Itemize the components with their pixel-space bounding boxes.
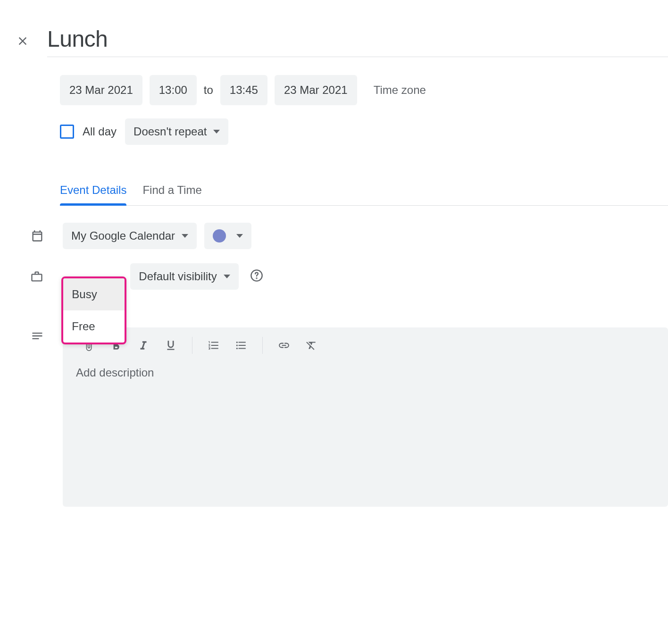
bulleted-list-button[interactable] [228, 334, 254, 357]
recurrence-dropdown[interactable]: Doesn't repeat [125, 118, 228, 145]
content-column: 23 Mar 2021 13:00 to 13:45 23 Mar 2021 T… [60, 75, 668, 507]
toolbar-separator [262, 337, 263, 354]
underline-button[interactable] [158, 334, 184, 357]
event-title-input[interactable] [47, 26, 668, 57]
status-option-free[interactable]: Free [63, 310, 125, 343]
briefcase-icon [26, 270, 47, 283]
help-icon[interactable] [250, 269, 263, 284]
to-label: to [204, 84, 213, 97]
allday-label: All day [83, 125, 117, 138]
calendar-icon [26, 229, 49, 243]
status-option-busy[interactable]: Busy [63, 278, 125, 310]
allday-checkbox[interactable] [60, 125, 74, 139]
italic-icon [137, 339, 150, 351]
toolbar-separator [192, 337, 192, 354]
start-date-chip[interactable]: 23 Mar 2021 [60, 75, 142, 105]
color-dropdown[interactable] [204, 223, 251, 249]
numbered-list-icon [208, 339, 220, 351]
close-icon [16, 34, 29, 48]
title-wrap [47, 26, 668, 57]
description-input[interactable]: Add description [63, 363, 668, 393]
tabs: Event Details Find a Time [60, 184, 668, 206]
visibility-dropdown[interactable]: Default visibility [130, 263, 238, 290]
end-time-chip[interactable]: 13:45 [220, 75, 267, 105]
calendar-dropdown[interactable]: My Google Calendar [63, 223, 197, 249]
calendar-row: My Google Calendar [26, 219, 668, 253]
visibility-label: Default visibility [139, 270, 217, 283]
close-button[interactable] [11, 30, 34, 52]
calendar-name: My Google Calendar [71, 229, 175, 243]
chevron-down-icon [182, 234, 188, 238]
start-time-chip[interactable]: 13:00 [150, 75, 197, 105]
color-swatch [213, 229, 226, 243]
recurrence-label: Doesn't repeat [134, 125, 207, 138]
datetime-row: 23 Mar 2021 13:00 to 13:45 23 Mar 2021 T… [60, 75, 668, 105]
chevron-down-icon [236, 234, 243, 238]
chevron-down-icon [213, 130, 220, 134]
end-date-chip[interactable]: 23 Mar 2021 [275, 75, 357, 105]
description-row: Add description [26, 323, 668, 507]
tab-event-details[interactable]: Event Details [60, 184, 126, 205]
editor-toolbar [63, 327, 668, 363]
link-button[interactable] [271, 334, 297, 357]
notes-icon [26, 329, 49, 343]
link-icon [278, 339, 290, 351]
description-editor: Add description [63, 327, 668, 507]
event-details-panel: My Google Calendar Busy [60, 219, 668, 507]
timezone-link[interactable]: Time zone [374, 84, 426, 97]
italic-button[interactable] [131, 334, 156, 357]
availability-row: Busy Free Default visibility [26, 259, 668, 293]
bulleted-list-icon [235, 339, 247, 351]
numbered-list-button[interactable] [201, 334, 226, 357]
status-dropdown-menu: Busy Free [61, 276, 126, 344]
svg-point-1 [256, 278, 257, 278]
event-editor: 23 Mar 2021 13:00 to 13:45 23 Mar 2021 T… [0, 0, 668, 507]
clear-format-icon [305, 339, 317, 351]
header-row [0, 26, 668, 57]
chevron-down-icon [224, 275, 230, 278]
underline-icon [165, 339, 177, 351]
clear-format-button[interactable] [299, 334, 324, 357]
allday-row: All day Doesn't repeat [60, 118, 668, 145]
tab-find-a-time[interactable]: Find a Time [142, 184, 201, 205]
